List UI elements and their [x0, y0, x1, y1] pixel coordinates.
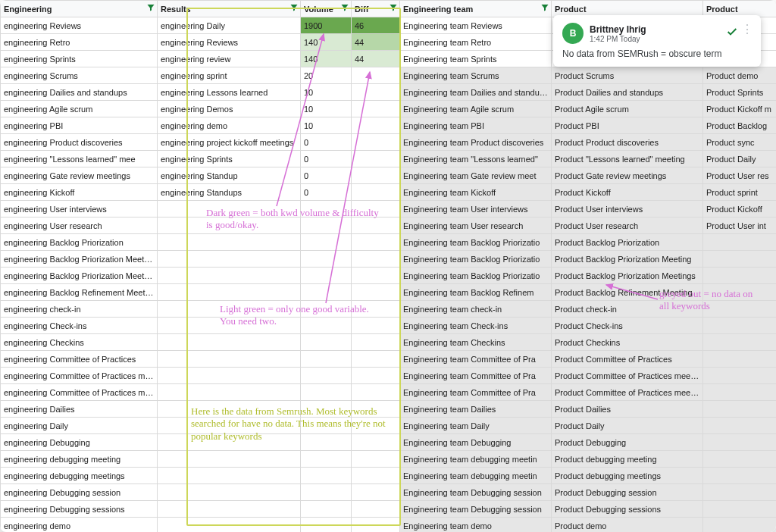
cell-c5[interactable]: Engineering team Debugging session: [400, 501, 552, 518]
cell-c3[interactable]: [301, 251, 352, 268]
cell-c3[interactable]: 140: [301, 34, 352, 51]
cell-c5[interactable]: Engineering team Sprints: [400, 51, 552, 67]
table-row[interactable]: engineering User researchEngineering tea…: [1, 217, 777, 234]
cell-c3[interactable]: [301, 301, 352, 318]
cell-c1[interactable]: engineering Committee of Practices meeti…: [1, 368, 158, 384]
table-row[interactable]: engineering Backlog Refinement MeetingEn…: [1, 284, 777, 301]
funnel-icon[interactable]: [540, 3, 549, 12]
cell-c1[interactable]: engineering Retro: [1, 34, 158, 51]
table-row[interactable]: engineering PBIengineering demo10Enginee…: [1, 117, 777, 134]
cell-c1[interactable]: engineering Committee of Practices: [1, 351, 158, 368]
cell-c7[interactable]: Product Daily: [703, 151, 777, 167]
cell-c5[interactable]: Engineering team Gate review meet: [400, 167, 552, 184]
cell-c3[interactable]: [301, 418, 352, 434]
cell-c4[interactable]: [352, 334, 400, 351]
cell-c5[interactable]: Engineering team Committee of Pra: [400, 368, 552, 384]
comment-popup[interactable]: B Brittney Ihrig 1:42 PM Today ⋮ No data…: [553, 15, 761, 67]
cell-c4[interactable]: [352, 201, 400, 217]
cell-c6[interactable]: Product Debugging: [552, 434, 703, 451]
cell-c4[interactable]: [352, 84, 400, 101]
cell-c6[interactable]: Product User interviews: [552, 201, 703, 217]
cell-c3[interactable]: [301, 334, 352, 351]
cell-c7[interactable]: Product demo: [703, 67, 777, 84]
cell-c1[interactable]: engineering debugging meetings: [1, 468, 158, 484]
cell-c4[interactable]: [352, 67, 400, 84]
cell-c6[interactable]: Product Backlog Priorization Meeting: [552, 251, 703, 268]
cell-c2[interactable]: [158, 501, 301, 518]
cell-c7[interactable]: [703, 451, 777, 468]
cell-c2[interactable]: [158, 334, 301, 351]
cell-c3[interactable]: [301, 368, 352, 384]
cell-c2[interactable]: [158, 268, 301, 284]
cell-c7[interactable]: Product User res: [703, 167, 777, 184]
cell-c3[interactable]: 0: [301, 151, 352, 167]
cell-c6[interactable]: Product Committee of Practices meeting: [552, 368, 703, 384]
cell-c5[interactable]: Engineering team Backlog Refinem: [400, 284, 552, 301]
cell-c1[interactable]: engineering demo: [1, 518, 158, 533]
cell-c3[interactable]: [301, 201, 352, 217]
col-header-results[interactable]: Results: [158, 1, 301, 17]
cell-c2[interactable]: [158, 351, 301, 368]
cell-c4[interactable]: [352, 301, 400, 318]
cell-c1[interactable]: engineering PBI: [1, 117, 158, 134]
cell-c1[interactable]: engineering Debugging: [1, 434, 158, 451]
cell-c1[interactable]: engineering Sprints: [1, 51, 158, 67]
cell-c2[interactable]: engineering demo: [158, 117, 301, 134]
col-header-diff[interactable]: Diff: [352, 1, 400, 17]
col-header-engteam[interactable]: Engineering team: [400, 1, 552, 17]
cell-c6[interactable]: Product Daily: [552, 418, 703, 434]
cell-c2[interactable]: [158, 484, 301, 501]
cell-c2[interactable]: engineering Sprints: [158, 151, 301, 167]
cell-c5[interactable]: Engineering team Dailies: [400, 401, 552, 418]
cell-c7[interactable]: [703, 251, 777, 268]
cell-c5[interactable]: Engineering team Dailies and standups: [400, 84, 552, 101]
cell-c1[interactable]: engineering "Lessons learned" mee: [1, 151, 158, 167]
cell-c2[interactable]: [158, 451, 301, 468]
cell-c6[interactable]: Product User research: [552, 217, 703, 234]
cell-c6[interactable]: Product Debugging session: [552, 484, 703, 501]
table-row[interactable]: engineering User interviewsEngineering t…: [1, 201, 777, 217]
cell-c2[interactable]: [158, 518, 301, 533]
cell-c1[interactable]: engineering Dailies: [1, 401, 158, 418]
cell-c5[interactable]: Engineering team debugging meetin: [400, 451, 552, 468]
cell-c1[interactable]: engineering Committee of Practices meeti…: [1, 384, 158, 401]
resolve-check-icon[interactable]: [726, 26, 738, 40]
cell-c4[interactable]: [352, 501, 400, 518]
cell-c1[interactable]: engineering Debugging session: [1, 484, 158, 501]
table-row[interactable]: engineering Scrumsengineering sprint20En…: [1, 67, 777, 84]
cell-c4[interactable]: [352, 451, 400, 468]
cell-c6[interactable]: Product Check-ins: [552, 318, 703, 334]
cell-c6[interactable]: Product check-in: [552, 301, 703, 318]
table-row[interactable]: engineering DailyEngineering team DailyP…: [1, 418, 777, 434]
cell-c2[interactable]: [158, 384, 301, 401]
cell-c4[interactable]: [352, 401, 400, 418]
comment-menu-icon[interactable]: ⋮: [741, 26, 753, 33]
cell-c3[interactable]: [301, 384, 352, 401]
cell-c5[interactable]: Engineering team Kickoff: [400, 184, 552, 201]
cell-c6[interactable]: Product debugging meetings: [552, 468, 703, 484]
cell-c2[interactable]: [158, 434, 301, 451]
cell-c2[interactable]: engineering sprint: [158, 67, 301, 84]
cell-c2[interactable]: [158, 251, 301, 268]
table-row[interactable]: engineering Committee of Practices meeti…: [1, 368, 777, 384]
cell-c6[interactable]: Product "Lessons learned" meeting: [552, 151, 703, 167]
cell-c6[interactable]: Product Gate review meetings: [552, 167, 703, 184]
cell-c6[interactable]: Product Scrums: [552, 67, 703, 84]
cell-c4[interactable]: [352, 484, 400, 501]
cell-c7[interactable]: [703, 518, 777, 533]
cell-c5[interactable]: Engineering team Debugging session: [400, 484, 552, 501]
cell-c4[interactable]: [352, 351, 400, 368]
cell-c2[interactable]: engineering Demos: [158, 101, 301, 117]
cell-c3[interactable]: 1900: [301, 17, 352, 34]
cell-c7[interactable]: Product sprint: [703, 184, 777, 201]
cell-c4[interactable]: [352, 134, 400, 151]
cell-c5[interactable]: Engineering team User interviews: [400, 201, 552, 217]
cell-c3[interactable]: 20: [301, 67, 352, 84]
cell-c4[interactable]: [352, 468, 400, 484]
cell-c4[interactable]: [352, 151, 400, 167]
table-row[interactable]: engineering Backlog Priorization Meeting…: [1, 268, 777, 284]
cell-c3[interactable]: [301, 401, 352, 418]
cell-c1[interactable]: engineering Gate review meetings: [1, 167, 158, 184]
table-row[interactable]: engineering Debugging sessionEngineering…: [1, 484, 777, 501]
cell-c5[interactable]: Engineering team Debugging: [400, 434, 552, 451]
